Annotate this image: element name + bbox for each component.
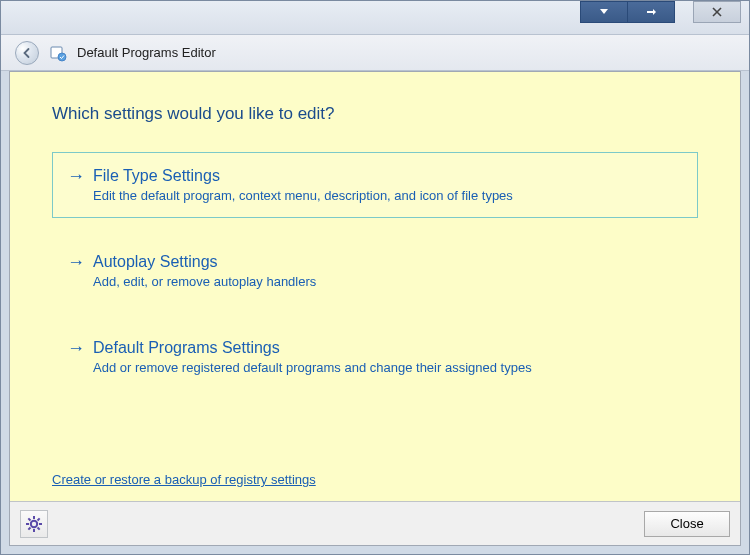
svg-rect-11: [39, 523, 42, 525]
option-description: Add or remove registered default program…: [93, 360, 532, 375]
page-heading: Which settings would you like to edit?: [52, 104, 698, 124]
svg-rect-14: [28, 517, 32, 521]
svg-rect-1: [647, 11, 653, 13]
back-button[interactable]: [15, 41, 39, 65]
svg-rect-13: [28, 526, 32, 530]
option-title: Autoplay Settings: [93, 251, 316, 273]
option-description: Add, edit, or remove autoplay handlers: [93, 274, 316, 289]
svg-point-6: [58, 53, 66, 61]
option-description: Edit the default program, context menu, …: [93, 188, 513, 203]
nav-header: Default Programs Editor: [1, 35, 749, 71]
svg-rect-15: [37, 526, 41, 530]
option-default-programs-settings[interactable]: → Default Programs Settings Add or remov…: [52, 324, 698, 390]
svg-rect-9: [33, 529, 35, 532]
titlebar-close-button[interactable]: [693, 1, 741, 23]
app-icon: [49, 44, 67, 62]
svg-rect-10: [26, 523, 29, 525]
option-title: Default Programs Settings: [93, 337, 532, 359]
svg-marker-0: [600, 9, 608, 14]
option-autoplay-settings[interactable]: → Autoplay Settings Add, edit, or remove…: [52, 238, 698, 304]
footer: Close: [10, 501, 740, 545]
breadcrumb: Default Programs Editor: [77, 45, 216, 60]
gear-icon: [25, 515, 43, 533]
titlebar-pin-button[interactable]: [627, 1, 675, 23]
arrow-right-icon: →: [67, 337, 85, 359]
arrow-right-icon: →: [67, 251, 85, 273]
content-wrapper: Which settings would you like to edit? →…: [9, 71, 741, 546]
svg-marker-2: [653, 9, 656, 15]
svg-rect-12: [37, 517, 41, 521]
svg-point-7: [31, 520, 37, 526]
content-main: Which settings would you like to edit? →…: [10, 72, 740, 501]
backup-registry-link[interactable]: Create or restore a backup of registry s…: [52, 472, 316, 487]
titlebar-minimize-button[interactable]: [580, 1, 628, 23]
settings-button[interactable]: [20, 510, 48, 538]
arrow-right-icon: →: [67, 165, 85, 187]
option-file-type-settings[interactable]: → File Type Settings Edit the default pr…: [52, 152, 698, 218]
titlebar: [1, 1, 749, 35]
svg-rect-8: [33, 516, 35, 519]
close-button[interactable]: Close: [644, 511, 730, 537]
option-title: File Type Settings: [93, 165, 513, 187]
